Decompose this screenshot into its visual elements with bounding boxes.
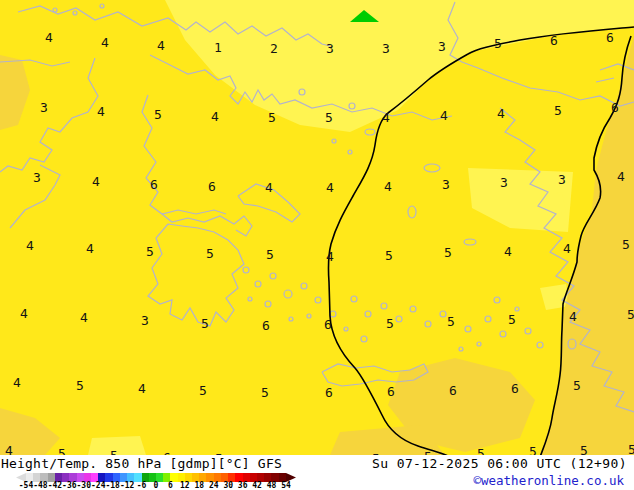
temp-label: 4 bbox=[86, 242, 94, 255]
colorbar-tick-label: -30 bbox=[77, 482, 91, 490]
temp-label: 4 bbox=[138, 382, 146, 395]
colorbar-tick-label: 54 bbox=[281, 482, 291, 490]
temp-label: 5 bbox=[261, 386, 269, 399]
temp-label: 4 bbox=[440, 109, 448, 122]
temp-label: 6 bbox=[550, 34, 558, 47]
temp-label: 5 bbox=[444, 246, 452, 259]
temp-label: 4 bbox=[45, 31, 53, 44]
temp-label: 5 bbox=[268, 111, 276, 124]
temp-label: 4 bbox=[382, 111, 390, 124]
temp-label: 4 bbox=[97, 105, 105, 118]
temp-label: 5 bbox=[554, 104, 562, 117]
colorbar-tick-label: -18 bbox=[105, 482, 119, 490]
temp-label: 6 bbox=[325, 386, 333, 399]
weather-map: 4441233356634545544456346644433344455545… bbox=[0, 0, 634, 455]
temp-label: 6 bbox=[387, 385, 395, 398]
colorbar-tick-label: -24 bbox=[91, 482, 105, 490]
temp-label: 4 bbox=[5, 444, 13, 456]
temp-label: 5 bbox=[477, 447, 485, 456]
temp-label: 4 bbox=[157, 39, 165, 52]
colorbar-tick-label: 12 bbox=[180, 482, 190, 490]
colorbar-tick-label: 0 bbox=[154, 482, 159, 490]
temp-label: 5 bbox=[529, 445, 537, 456]
temp-label: 5 bbox=[58, 447, 66, 456]
weather-map-screenshot: 4441233356634545544456346644433344455545… bbox=[0, 0, 634, 490]
temp-label: 4 bbox=[265, 181, 273, 194]
temp-label: 3 bbox=[326, 42, 334, 55]
map-graphics bbox=[0, 0, 634, 455]
temp-label: 5 bbox=[154, 108, 162, 121]
temp-label: 5 bbox=[627, 308, 634, 321]
colorbar-tick-label: 36 bbox=[238, 482, 248, 490]
temp-label: 4 bbox=[326, 181, 334, 194]
colorbar-tick-label: 18 bbox=[195, 482, 205, 490]
colorbar-tick-label: 30 bbox=[223, 482, 233, 490]
colorbar-tick-label: 48 bbox=[267, 482, 277, 490]
colorbar-tick-label: -54 bbox=[19, 482, 33, 490]
temp-label: 4 bbox=[384, 180, 392, 193]
temp-label: 4 bbox=[563, 242, 571, 255]
temp-label: 4 bbox=[326, 250, 334, 263]
temp-label: 4 bbox=[617, 170, 625, 183]
temp-label: 5 bbox=[628, 443, 634, 456]
temp-label: 4 bbox=[101, 36, 109, 49]
temp-label: 4 bbox=[20, 307, 28, 320]
temp-label: 6 bbox=[262, 319, 270, 332]
temp-label: 5 bbox=[386, 317, 394, 330]
temp-label: 4 bbox=[92, 175, 100, 188]
legend-bar: Height/Temp. 850 hPa [gdmp][°C] GFS Su 0… bbox=[0, 455, 634, 490]
temp-label: 5 bbox=[266, 248, 274, 261]
temp-label: 1 bbox=[214, 41, 222, 54]
temp-label: 2 bbox=[270, 42, 278, 55]
temp-label: 6 bbox=[611, 101, 619, 114]
temp-label: 6 bbox=[606, 31, 614, 44]
temp-label: 5 bbox=[206, 247, 214, 260]
temp-label: 6 bbox=[324, 318, 332, 331]
temp-label: 5 bbox=[201, 317, 209, 330]
colorbar-tick-label: 42 bbox=[252, 482, 262, 490]
temp-label: 5 bbox=[622, 238, 630, 251]
temp-label: 6 bbox=[150, 178, 158, 191]
temp-label: 3 bbox=[442, 178, 450, 191]
temp-label: 6 bbox=[449, 384, 457, 397]
colorbar-tick-label: 24 bbox=[209, 482, 219, 490]
temp-label: 3 bbox=[141, 314, 149, 327]
colorbar-tick-label: -42 bbox=[48, 482, 62, 490]
temp-label: 3 bbox=[500, 176, 508, 189]
temp-label: 5 bbox=[573, 379, 581, 392]
temp-label: 6 bbox=[208, 180, 216, 193]
temp-label: 4 bbox=[80, 311, 88, 324]
temp-label: 3 bbox=[40, 101, 48, 114]
temp-label: 4 bbox=[13, 376, 21, 389]
temp-label: 4 bbox=[211, 110, 219, 123]
colorbar-tick-label: 6 bbox=[168, 482, 173, 490]
temp-label: 6 bbox=[511, 382, 519, 395]
colorbar-tick-label: -36 bbox=[62, 482, 76, 490]
temp-label: 4 bbox=[497, 107, 505, 120]
colorbar-tick-label: -12 bbox=[120, 482, 134, 490]
temp-label: 5 bbox=[325, 111, 333, 124]
temp-label: 4 bbox=[26, 239, 34, 252]
temp-label: 5 bbox=[447, 315, 455, 328]
temp-label: 5 bbox=[199, 384, 207, 397]
temp-label: 5 bbox=[146, 245, 154, 258]
temp-label: 3 bbox=[382, 42, 390, 55]
temp-label: 3 bbox=[33, 171, 41, 184]
temp-label: 5 bbox=[580, 444, 588, 456]
colorbar-tick-label: -48 bbox=[33, 482, 47, 490]
temp-label: 5 bbox=[508, 313, 516, 326]
temp-label: 5 bbox=[76, 379, 84, 392]
colorbar-tick-label: -6 bbox=[137, 482, 147, 490]
temp-label: 4 bbox=[504, 245, 512, 258]
temp-label: 3 bbox=[438, 40, 446, 53]
temp-label: 5 bbox=[385, 249, 393, 262]
temp-label: 3 bbox=[558, 173, 566, 186]
temp-label: 4 bbox=[569, 310, 577, 323]
temp-label: 5 bbox=[494, 37, 502, 50]
